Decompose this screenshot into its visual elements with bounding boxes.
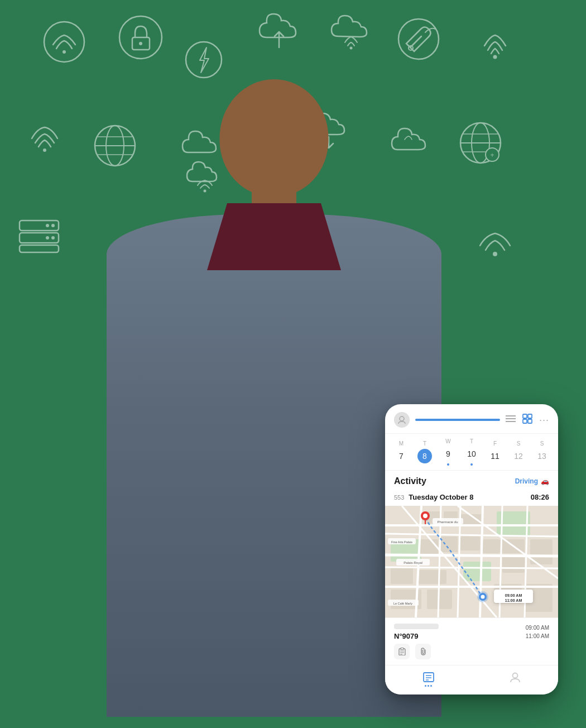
cal-letter-sun: S [540, 440, 544, 447]
more-icon[interactable]: ··· [539, 414, 549, 426]
cal-dot-wed [447, 463, 449, 466]
cal-num-tue: 8 [417, 449, 432, 463]
trip-time: 08:26 [531, 493, 549, 501]
svg-rect-51 [441, 537, 458, 552]
cal-num-sat: 12 [511, 449, 526, 463]
cal-day-mon[interactable]: M 7 [394, 440, 409, 463]
car-icon: 🚗 [541, 477, 549, 485]
svg-point-100 [512, 673, 517, 678]
svg-rect-36 [523, 414, 527, 418]
cal-day-sun[interactable]: S 13 [535, 440, 549, 463]
svg-rect-49 [419, 570, 446, 584]
svg-rect-52 [460, 537, 480, 550]
cal-day-wed[interactable]: W 9 [441, 438, 455, 466]
svg-rect-37 [528, 414, 532, 418]
date-time-row: 553 Tuesday October 8 08:26 [385, 491, 558, 506]
attachment-button[interactable] [415, 644, 431, 659]
cal-letter-sat: S [517, 440, 521, 447]
svg-point-79 [481, 595, 485, 599]
svg-text:11:00 AM: 11:00 AM [505, 598, 522, 602]
svg-rect-44 [463, 562, 491, 581]
cal-dot-thu [470, 463, 473, 466]
cal-letter-wed: W [445, 438, 450, 444]
phone-bottom-nav [385, 665, 558, 695]
svg-line-63 [385, 555, 558, 556]
phone-top-icons: ··· [506, 414, 549, 426]
cal-num-mon: 7 [394, 449, 409, 463]
bottom-card: N°9079 09:00 AM 11:00 AM [385, 617, 558, 665]
map-view-icon[interactable] [522, 414, 532, 426]
nav-item-activity[interactable] [422, 671, 435, 687]
phone-avatar [394, 412, 410, 428]
svg-text:Pharmacie du: Pharmacie du [437, 520, 458, 524]
cal-letter-fri: F [493, 440, 497, 447]
cal-num-fri: 11 [488, 449, 502, 463]
location-info: N°9079 [394, 624, 439, 640]
svg-rect-53 [483, 539, 499, 553]
cal-letter-thu: T [470, 438, 473, 444]
svg-rect-92 [401, 648, 404, 650]
svg-text:Fine Arts Palais: Fine Arts Palais [391, 540, 412, 544]
svg-rect-48 [391, 567, 413, 584]
cal-day-thu[interactable]: T 10 [464, 438, 479, 466]
bottom-card-main-row: N°9079 09:00 AM 11:00 AM [394, 624, 549, 640]
phone-overlay: ··· M 7 T 8 W 9 T 10 F 11 S 12 [385, 404, 558, 695]
svg-text:09:00 AM: 09:00 AM [505, 593, 522, 597]
activity-header: Activity Driving 🚗 [385, 471, 558, 491]
time-start: 09:00 AM [526, 624, 549, 632]
svg-text:Palais-Royal: Palais-Royal [404, 561, 422, 564]
map-area: Palais-Royal Pharmacie du Fine Arts Pala… [385, 506, 558, 617]
nav-item-profile[interactable] [509, 671, 521, 687]
nav-dots-activity [425, 685, 432, 687]
cal-day-fri[interactable]: F 11 [488, 440, 502, 463]
person-head [220, 79, 329, 197]
activity-nav-icon [422, 671, 435, 683]
date-row-left: 553 Tuesday October 8 [394, 493, 473, 501]
time-range: 09:00 AM 11:00 AM [526, 624, 549, 640]
location-name: N°9079 [394, 632, 439, 640]
trip-number: 553 [394, 494, 404, 501]
svg-rect-50 [419, 539, 438, 556]
activity-title: Activity [394, 476, 426, 486]
profile-nav-icon [509, 671, 521, 683]
svg-rect-38 [523, 419, 527, 423]
list-view-icon[interactable] [506, 415, 516, 425]
svg-rect-39 [528, 419, 532, 423]
svg-rect-55 [502, 556, 525, 573]
cal-letter-tue: T [423, 440, 426, 447]
trip-date: Tuesday October 8 [409, 493, 473, 501]
svg-text:Le Café Marly: Le Café Marly [393, 602, 412, 605]
driving-badge: Driving 🚗 [515, 477, 549, 485]
cal-day-tue[interactable]: T 8 [417, 440, 432, 463]
clipboard-button[interactable] [394, 644, 410, 659]
cal-num-wed: 9 [441, 447, 455, 461]
cal-num-sun: 13 [535, 449, 549, 463]
phone-top-bar: ··· [385, 404, 558, 434]
svg-point-32 [400, 416, 404, 421]
bottom-action-icons [394, 644, 549, 659]
svg-point-75 [423, 514, 428, 518]
svg-line-71 [385, 567, 558, 568]
person-shirt [207, 203, 341, 270]
map-svg: Palais-Royal Pharmacie du Fine Arts Pala… [385, 506, 558, 617]
progress-bar [415, 419, 500, 421]
cal-letter-mon: M [399, 440, 404, 447]
time-end: 11:00 AM [526, 632, 549, 640]
driving-label: Driving [515, 477, 538, 485]
location-bar [394, 624, 439, 629]
calendar-strip: M 7 T 8 W 9 T 10 F 11 S 12 S 13 [385, 434, 558, 471]
cal-num-thu: 10 [464, 447, 479, 461]
cal-day-sat[interactable]: S 12 [511, 440, 526, 463]
